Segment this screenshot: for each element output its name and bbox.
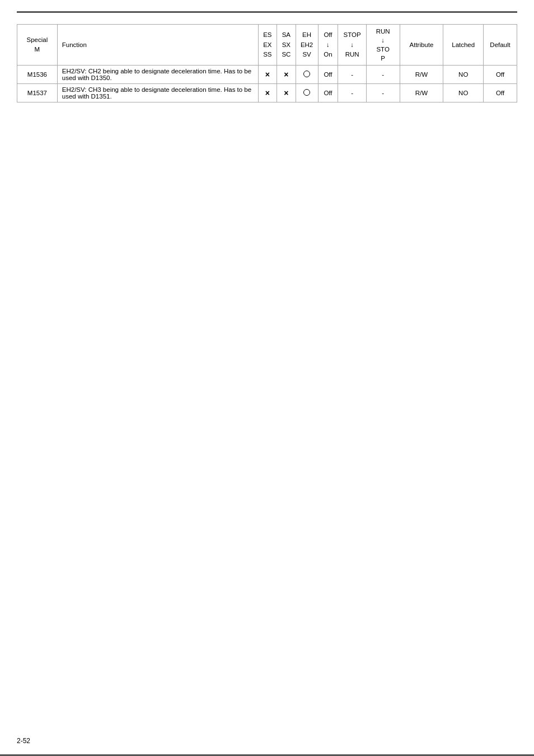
page-wrapper: Special M Function ES EX SS SA S [0, 0, 534, 756]
header-off: Off ↓ On [318, 25, 338, 66]
cell-es: × [258, 66, 277, 84]
header-special-m: Special M [17, 25, 58, 66]
header-run: RUN ↓ STO P [366, 25, 400, 66]
cell-eh [296, 84, 318, 102]
table-row: M1536EH2/SV: CH2 being able to designate… [17, 66, 517, 84]
header-sa: SA SX SC [277, 25, 296, 66]
cell-special-m: M1536 [17, 66, 58, 84]
cell-stop: - [338, 66, 366, 84]
cell-default: Off [484, 84, 517, 102]
circle-mark-icon [303, 89, 310, 96]
cell-function: EH2/SV: CH3 being able to designate dece… [57, 84, 258, 102]
header-default: Default [484, 25, 517, 66]
main-table: Special M Function ES EX SS SA S [17, 24, 517, 102]
cell-sa: × [277, 84, 296, 102]
header-eh: EH EH2 SV [296, 25, 318, 66]
header-attribute: Attribute [400, 25, 443, 66]
x-mark-icon: × [265, 70, 270, 79]
x-mark-icon: × [265, 88, 270, 97]
x-mark-icon: × [284, 88, 288, 97]
cell-es: × [258, 84, 277, 102]
header-stop: STOP ↓ RUN [338, 25, 366, 66]
cell-off: Off [318, 84, 338, 102]
cell-latched: NO [443, 66, 484, 84]
page-footer: 2-52 [17, 737, 30, 745]
cell-eh [296, 66, 318, 84]
cell-run: - [366, 66, 400, 84]
cell-attribute: R/W [400, 66, 443, 84]
x-mark-icon: × [284, 70, 288, 79]
cell-run: - [366, 84, 400, 102]
cell-attribute: R/W [400, 84, 443, 102]
header-latched: Latched [443, 25, 484, 66]
top-border [17, 11, 517, 13]
cell-default: Off [484, 66, 517, 84]
circle-mark-icon [303, 71, 310, 77]
table-row: M1537EH2/SV: CH3 being able to designate… [17, 84, 517, 102]
header-es: ES EX SS [258, 25, 277, 66]
header-function: Function [57, 25, 258, 66]
cell-stop: - [338, 84, 366, 102]
cell-sa: × [277, 66, 296, 84]
cell-latched: NO [443, 84, 484, 102]
cell-function: EH2/SV: CH2 being able to designate dece… [57, 66, 258, 84]
cell-special-m: M1537 [17, 84, 58, 102]
cell-off: Off [318, 66, 338, 84]
